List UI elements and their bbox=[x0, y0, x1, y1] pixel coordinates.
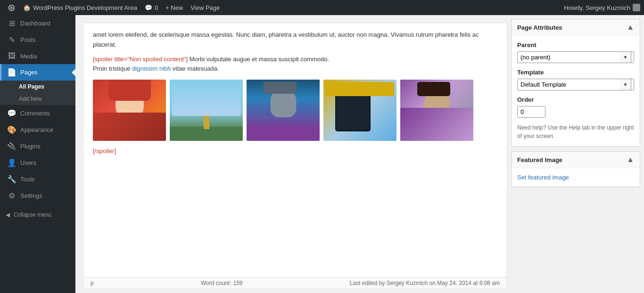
sidebar-label-pages: Pages bbox=[20, 69, 38, 76]
sidebar-label-settings: Settings bbox=[20, 192, 42, 199]
parent-label: Parent bbox=[517, 41, 634, 49]
posts-icon: ✎ bbox=[7, 35, 17, 44]
featured-image-title: Featured Image bbox=[517, 156, 562, 163]
link-dignissim-link[interactable]: dignissim nibh bbox=[132, 65, 171, 72]
image-gallery bbox=[93, 80, 497, 141]
home-icon: 🏠 bbox=[23, 4, 31, 11]
template-select-wrap: Default Template ▼ bbox=[517, 79, 634, 90]
sidebar-item-users[interactable]: 👤 Users bbox=[0, 155, 75, 171]
gallery-image-2[interactable] bbox=[170, 80, 243, 141]
order-input[interactable] bbox=[517, 106, 545, 118]
comment-icon: 💬 bbox=[145, 4, 152, 11]
sidebar-item-pages[interactable]: 📄 Pages bbox=[0, 64, 75, 81]
close-spoiler-tag: [/spoiler] bbox=[93, 147, 116, 155]
editor-tag: p bbox=[91, 280, 94, 286]
sidebar-item-comments[interactable]: 💬 Comments bbox=[0, 105, 75, 122]
dashboard-icon: ⊞ bbox=[7, 19, 17, 28]
page-attributes-body: Parent (no parent) ▼ Template Defau bbox=[512, 36, 640, 146]
appearance-icon: 🎨 bbox=[7, 125, 17, 134]
featured-image-body: Set featured image bbox=[512, 168, 640, 187]
gallery-image-5[interactable] bbox=[400, 80, 473, 141]
editor-area[interactable]: amet lorem eleifend, de scelerisque mass… bbox=[83, 23, 507, 289]
content-spoiler-text: [spoiler title="Non spoiled content"] Mo… bbox=[93, 55, 497, 74]
comment-count: 0 bbox=[155, 4, 158, 11]
word-count: 159 bbox=[233, 280, 242, 286]
wp-logo-button[interactable]: ⊛ bbox=[4, 0, 19, 15]
parent-row: Parent (no parent) ▼ bbox=[517, 41, 634, 63]
admin-bar-right: Howdy, Sergey Kuzmich bbox=[564, 4, 640, 11]
wp-logo-icon: ⊛ bbox=[8, 2, 16, 13]
editor-content: amet lorem eleifend, de scelerisque mass… bbox=[83, 23, 507, 168]
sidebar-label-dashboard: Dashboard bbox=[20, 20, 50, 27]
howdy-text: Howdy, Sergey Kuzmich bbox=[564, 4, 630, 11]
gallery-image-1[interactable] bbox=[93, 80, 166, 141]
sidebar-item-dashboard[interactable]: ⊞ Dashboard bbox=[0, 15, 75, 32]
featured-image-header[interactable]: Featured Image ▲ bbox=[512, 152, 640, 168]
gallery-image-4[interactable] bbox=[323, 80, 396, 141]
site-name: WordPress Plugins Development Area bbox=[33, 4, 137, 11]
comments-button[interactable]: 💬 0 bbox=[141, 0, 162, 15]
site-name-button[interactable]: 🏠 WordPress Plugins Development Area bbox=[19, 0, 141, 15]
submenu-add-new[interactable]: Add New bbox=[0, 93, 75, 105]
help-text: Need help? Use the Help tab in the upper… bbox=[517, 123, 634, 140]
page-attributes-toggle-icon[interactable]: ▲ bbox=[627, 23, 634, 32]
sidebar-item-appearance[interactable]: 🎨 Appearance bbox=[0, 122, 75, 138]
sidebar-label-comments: Comments bbox=[20, 110, 50, 117]
template-row: Template Default Template ▼ bbox=[517, 69, 634, 90]
sidebar-label-media: Media bbox=[20, 53, 37, 60]
view-page-label: View Page bbox=[190, 4, 220, 11]
spoiler-shortcode: [spoiler title="Non spoiled content"] bbox=[93, 56, 188, 63]
submenu-all-pages[interactable]: All Pages bbox=[0, 81, 75, 93]
admin-bar: ⊛ 🏠 WordPress Plugins Development Area 💬… bbox=[0, 0, 644, 15]
media-icon: 🖼 bbox=[7, 52, 17, 60]
page-attributes-metabox: Page Attributes ▲ Parent (no parent) ▼ bbox=[511, 19, 640, 146]
parent-select-wrap: (no parent) ▼ bbox=[517, 51, 634, 63]
admin-menu: ⊞ Dashboard ✎ Posts 🖼 Media 📄 Pages All … bbox=[0, 15, 75, 293]
gallery-image-3[interactable] bbox=[247, 80, 320, 141]
template-select[interactable]: Default Template bbox=[517, 79, 634, 90]
view-page-button[interactable]: View Page bbox=[187, 0, 223, 15]
content-paragraph-1: amet lorem eleifend, de scelerisque mass… bbox=[93, 30, 497, 50]
sidebar-item-tools[interactable]: 🔧 Tools bbox=[0, 171, 75, 187]
set-featured-image-link[interactable]: Set featured image bbox=[517, 174, 569, 181]
wp-wrap: ⊞ Dashboard ✎ Posts 🖼 Media 📄 Pages All … bbox=[0, 15, 644, 293]
sidebar-item-posts[interactable]: ✎ Posts bbox=[0, 32, 75, 48]
collapse-icon: ◀ bbox=[6, 212, 10, 218]
right-sidebar: Page Attributes ▲ Parent (no parent) ▼ bbox=[507, 15, 644, 293]
sidebar-item-media[interactable]: 🖼 Media bbox=[0, 48, 75, 64]
tools-icon: 🔧 bbox=[7, 175, 17, 184]
order-row: Order bbox=[517, 96, 634, 118]
new-content-button[interactable]: + New bbox=[162, 0, 187, 15]
users-icon: 👤 bbox=[7, 158, 17, 167]
sidebar-label-tools: Tools bbox=[20, 176, 34, 183]
plugins-icon: 🔌 bbox=[7, 142, 17, 151]
sidebar-label-posts: Posts bbox=[20, 36, 36, 43]
pages-arrow bbox=[72, 69, 75, 76]
page-attributes-title: Page Attributes bbox=[517, 24, 562, 31]
sidebar-label-plugins: Plugins bbox=[20, 143, 41, 150]
sidebar-label-users: Users bbox=[20, 159, 36, 166]
page-attributes-header[interactable]: Page Attributes ▲ bbox=[512, 19, 640, 36]
sidebar-item-settings[interactable]: ⚙ Settings bbox=[0, 187, 75, 204]
wp-content: amet lorem eleifend, de scelerisque mass… bbox=[75, 15, 644, 293]
avatar[interactable] bbox=[633, 4, 640, 11]
last-edited: Last edited by Sergey Kuzmich on May 24,… bbox=[350, 280, 500, 286]
pages-submenu: All Pages Add New bbox=[0, 81, 75, 105]
template-label: Template bbox=[517, 69, 634, 76]
settings-icon: ⚙ bbox=[7, 191, 17, 200]
word-count-label: Word count: bbox=[201, 280, 231, 286]
pages-icon: 📄 bbox=[7, 68, 17, 77]
order-label: Order bbox=[517, 96, 634, 103]
new-label: + New bbox=[165, 4, 183, 11]
featured-image-toggle-icon[interactable]: ▲ bbox=[627, 155, 634, 164]
sidebar-label-appearance: Appearance bbox=[20, 126, 53, 133]
editor-footer: p Word count: 159 Last edited by Sergey … bbox=[83, 277, 507, 289]
comments-icon: 💬 bbox=[7, 109, 17, 118]
collapse-menu-button[interactable]: ◀ Collapse menu bbox=[0, 208, 75, 222]
link-dignissim: Proin tristique bbox=[93, 65, 132, 72]
close-spoiler: [/spoiler] bbox=[93, 146, 497, 156]
sidebar-item-plugins[interactable]: 🔌 Plugins bbox=[0, 138, 75, 155]
collapse-label: Collapse menu bbox=[14, 212, 51, 218]
parent-select[interactable]: (no parent) bbox=[517, 51, 634, 63]
featured-image-metabox: Featured Image ▲ Set featured image bbox=[511, 151, 640, 187]
